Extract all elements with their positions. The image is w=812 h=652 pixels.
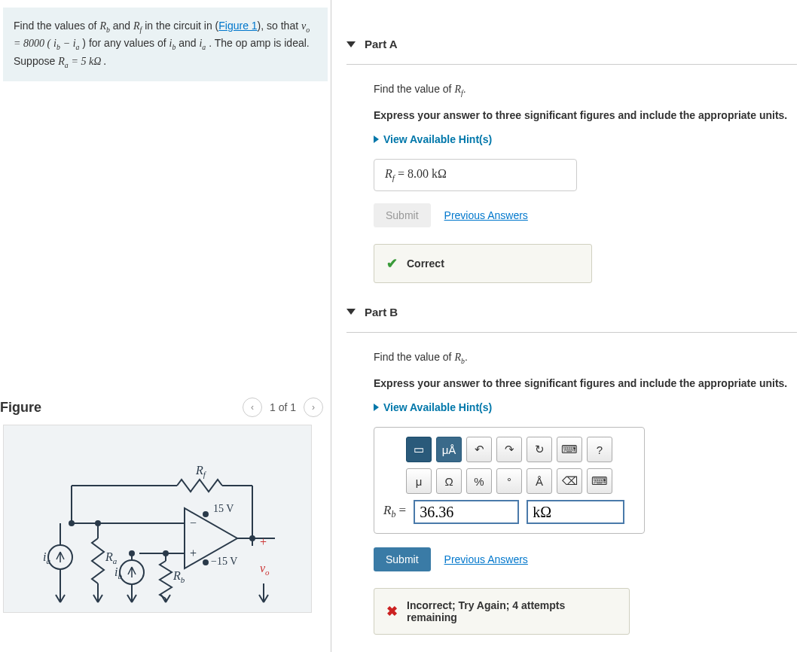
label-minus15: −15 V [211,556,237,567]
label-Ra: Ra [105,550,118,565]
triangle-right-icon [374,136,379,143]
figure-title: Figure [0,400,41,416]
svg-text:+: + [260,535,267,548]
part-b-submit-button[interactable]: Submit [374,547,431,571]
caret-down-icon [346,309,356,315]
text: Find the values of [14,20,99,32]
reset-button[interactable]: ↻ [527,437,552,462]
right-pane: Part A Find the value of Rf. Express you… [331,0,812,652]
part-a-hints-toggle[interactable]: View Available Hint(s) [374,133,797,145]
part-a-instruction: Express your answer to three significant… [374,109,797,121]
keyboard-button[interactable]: ⌨ [557,437,582,462]
var-Rf: Rf [133,20,142,32]
part-a-feedback: ✔ Correct [374,244,592,283]
undo-button[interactable]: ↶ [466,437,492,462]
angstrom-button[interactable]: Å [527,468,552,494]
part-a-question: Find the value of Rf. [374,81,797,99]
unit-input[interactable] [527,500,624,524]
svg-point-18 [203,512,208,516]
caret-down-icon [346,41,356,47]
svg-point-22 [96,521,100,526]
figure-page-label: 1 of 1 [270,401,296,413]
percent-button[interactable]: % [466,468,492,494]
backspace-button[interactable]: ⌫ [557,468,582,494]
svg-text:−: − [190,516,197,529]
label-Rb: Rb [172,569,185,584]
x-icon: ✖ [386,603,398,620]
var-vo: vo [301,20,310,32]
answer-entry-row: Rb = [383,500,635,524]
part-b-input-panel: ▭ μÅ ↶ ↷ ↻ ⌨ ? μ Ω % ° Å ⌫ [374,427,645,534]
label-vo: vo [260,562,270,577]
part-b-header[interactable]: Part B [346,306,797,333]
part-a-title: Part A [365,38,398,50]
var-Rb: Rb [99,20,109,32]
part-a-previous-answers-link[interactable]: Previous Answers [444,209,528,221]
part-a-section: Part A Find the value of Rf. Express you… [346,38,797,283]
redo-button[interactable]: ↷ [496,437,522,462]
svg-point-19 [203,560,208,565]
label-Rf: Rf [195,464,207,479]
part-b-question: Find the value of Rb. [374,349,797,367]
part-b-instruction: Express your answer to three significant… [374,377,797,389]
templates-button[interactable]: ▭ [406,437,432,462]
part-a-header[interactable]: Part A [346,38,797,65]
toolbar-row-1: ▭ μÅ ↶ ↷ ↻ ⌨ ? [383,437,635,462]
part-b-previous-answers-link[interactable]: Previous Answers [444,553,528,565]
figure-header: Figure ‹ 1 of 1 › [0,398,331,425]
svg-point-24 [163,551,168,556]
units-button[interactable]: μÅ [436,437,462,462]
left-pane: Find the values of Rb and Rf in the circ… [0,0,331,652]
svg-text:+: + [190,547,197,559]
check-icon: ✔ [386,255,398,272]
svg-point-25 [250,536,255,541]
svg-point-23 [130,551,134,556]
figure-prev-button[interactable]: ‹ [243,398,262,417]
part-b-hints-toggle[interactable]: View Available Hint(s) [374,401,797,413]
keyboard2-button[interactable]: ⌨ [587,468,612,494]
part-b-feedback: ✖ Incorrect; Try Again; 4 attempts remai… [374,588,630,635]
Rb-equals-label: Rb = [383,503,406,520]
help-button[interactable]: ? [587,437,612,462]
toolbar-row-2: μ Ω % ° Å ⌫ ⌨ [383,468,635,494]
mu-button[interactable]: μ [406,468,432,494]
figure-link[interactable]: Figure 1 [218,20,257,32]
part-b-title: Part B [365,306,398,318]
circuit-figure: Rf 15 V −15 V ia Ra ib Rb vo + − + [3,425,312,613]
label-plus15: 15 V [213,503,234,514]
degree-button[interactable]: ° [496,468,522,494]
triangle-right-icon [374,404,379,411]
value-input[interactable] [414,500,519,524]
part-b-section: Part B Find the value of Rb. Express you… [346,306,797,635]
omega-button[interactable]: Ω [436,468,462,494]
part-a-answer-display: Rf = 8.00 kΩ [374,159,577,190]
figure-pager: ‹ 1 of 1 › [243,398,323,417]
part-a-submit-button: Submit [374,203,431,227]
svg-point-21 [69,521,74,526]
figure-next-button[interactable]: › [304,398,323,417]
problem-statement: Find the values of Rb and Rf in the circ… [3,8,328,81]
